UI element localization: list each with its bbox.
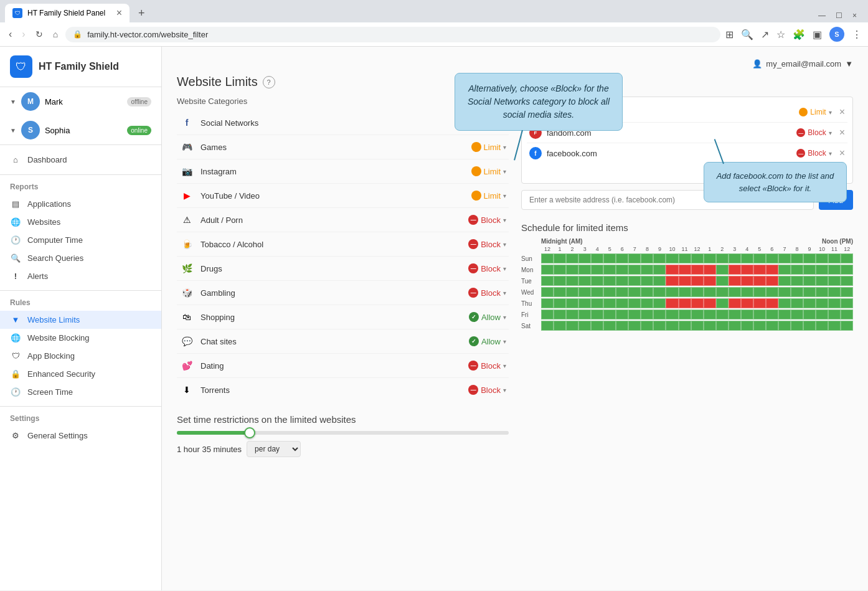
sidebar-item-computer-time[interactable]: 🕐 Computer Time [0,231,161,249]
block-dot-torrents: — [468,385,478,395]
new-tab-button[interactable]: + [132,4,151,22]
drugs-action[interactable]: — Block ▾ [468,263,506,273]
website-limits-icon: ▼ [10,315,21,324]
instagram-action-label: Limit [484,167,501,176]
bookmark-icon[interactable]: ☆ [776,29,785,40]
games-dropdown[interactable]: ▾ [503,144,506,151]
user-avatar[interactable]: S [829,27,844,42]
noon-label: Noon (PM) [822,238,853,245]
sidebar-item-app-blocking[interactable]: 🛡 App Blocking [0,347,161,365]
dating-dropdown[interactable]: ▾ [503,362,506,369]
address-bar[interactable]: 🔒 family.ht-vector.com/website_filter [65,27,720,42]
fandom-action-dropdown[interactable]: ▾ [829,130,832,136]
dating-action[interactable]: — Block ▾ [468,361,506,371]
minimize-button[interactable]: — [818,11,826,20]
refresh-button[interactable]: ↻ [33,27,45,42]
dating-action-label: Block [481,361,501,371]
cells-fri[interactable] [541,310,853,319]
browser-chrome: 🛡 HT Family Shield Panel × + — ☐ × ‹ › ↻… [0,0,868,47]
games-icon: 🎮 [179,139,194,154]
youtube-action[interactable]: Limit ▾ [471,191,506,201]
user-toggle-sophia[interactable]: ▼ [10,127,16,134]
news-custom-action[interactable]: Limit ▾ [799,108,831,116]
chat-action[interactable]: ✓ Allow ▾ [469,336,506,346]
sidebar-toggle-icon[interactable]: ▣ [813,29,822,40]
news-action-dropdown[interactable]: ▾ [829,109,832,116]
tobacco-name: Tobacco / Alcohol [200,240,462,249]
menu-icon[interactable]: ⋮ [852,29,862,40]
torrents-dropdown[interactable]: ▾ [503,387,506,394]
day-label-tue: Tue [521,278,541,285]
user-sophia[interactable]: ▼ S Sophia online [0,116,161,144]
torrents-action[interactable]: — Block ▾ [468,385,506,395]
browser-tab[interactable]: 🛡 HT Family Shield Panel × [5,4,130,22]
adult-action[interactable]: — Block ▾ [468,215,506,225]
shopping-name: Shopping [200,313,463,322]
cells-sun[interactable] [541,253,853,263]
user-toggle-mark[interactable]: ▼ [10,98,16,105]
tobacco-action[interactable]: — Block ▾ [468,239,506,249]
tooltip-bubble-1: Alternatively, choose «Block» for the So… [455,73,623,131]
cells-sat[interactable] [541,321,853,331]
facebook-remove-button[interactable]: × [839,148,845,159]
schedule-row-mon: Mon [521,265,853,275]
cells-mon[interactable] [541,265,853,275]
youtube-dropdown[interactable]: ▾ [503,192,506,199]
facebook-custom-action[interactable]: — Block ▾ [796,149,831,158]
sidebar-item-websites[interactable]: 🌐 Websites [0,213,161,231]
url-text: family.ht-vector.com/website_filter [87,30,208,39]
translate-icon[interactable]: ⊞ [725,29,734,40]
back-button[interactable]: ‹ [6,26,14,42]
category-row-instagram: 📷 Instagram Limit ▾ [177,159,509,184]
chat-icon: 💬 [179,334,194,349]
shopping-dropdown[interactable]: ▾ [503,314,506,321]
slider-thumb[interactable] [244,427,255,438]
extensions-icon[interactable]: 🧩 [793,29,805,40]
sidebar-item-alerts[interactable]: ! Alerts [0,267,161,285]
schedule-title: Schedule for limited items [521,222,853,233]
maximize-button[interactable]: ☐ [836,11,842,20]
gambling-action[interactable]: — Block ▾ [468,288,506,298]
instagram-dropdown[interactable]: ▾ [503,168,506,175]
sidebar-item-website-limits[interactable]: ▼ Website Limits [0,311,161,329]
tab-close-button[interactable]: × [116,7,122,19]
fandom-custom-action[interactable]: — Block ▾ [796,128,831,137]
sidebar-item-applications[interactable]: ▤ Applications [0,195,161,213]
instagram-name: Instagram [200,167,465,176]
search-icon[interactable]: 🔍 [741,29,753,40]
sidebar-item-screen-time[interactable]: 🕐 Screen Time [0,383,161,401]
facebook-site-icon: f [529,147,542,159]
adult-action-label: Block [481,215,501,225]
forward-button[interactable]: › [19,26,27,42]
sidebar-item-enhanced-security[interactable]: 🔒 Enhanced Security [0,365,161,383]
time-unit-dropdown[interactable]: per day per week [247,441,301,457]
category-row-drugs: 🌿 Drugs — Block ▾ [177,257,509,281]
cells-thu[interactable] [541,298,853,308]
games-action[interactable]: Limit ▾ [471,142,506,152]
sidebar-item-general-settings[interactable]: ⚙ General Settings [0,427,161,445]
fandom-remove-button[interactable]: × [839,127,845,138]
chat-dropdown[interactable]: ▾ [503,338,506,345]
shopping-action[interactable]: ✓ Allow ▾ [469,312,506,322]
limit-dot-news [799,108,808,116]
avatar-mark: M [21,92,40,111]
close-button[interactable]: × [852,11,857,20]
help-icon[interactable]: ? [263,76,275,88]
user-mark[interactable]: ▼ M Mark offline [0,87,161,116]
news-remove-button[interactable]: × [839,106,845,118]
sidebar-item-dashboard[interactable]: ⌂ Dashboard [0,150,161,169]
cells-tue[interactable] [541,276,853,286]
share-icon[interactable]: ↗ [761,29,769,40]
gambling-dropdown[interactable]: ▾ [503,290,506,296]
cells-wed[interactable] [541,287,853,297]
alerts-label: Alerts [27,272,48,281]
drugs-dropdown[interactable]: ▾ [503,265,506,272]
facebook-action-dropdown[interactable]: ▾ [829,150,832,157]
home-button[interactable]: ⌂ [50,27,60,42]
account-menu[interactable]: 👤 my_email@mail.com ▼ [752,59,853,69]
sidebar-item-website-blocking[interactable]: 🌐 Website Blocking [0,329,161,347]
instagram-action[interactable]: Limit ▾ [471,166,506,176]
adult-dropdown[interactable]: ▾ [503,217,506,224]
tobacco-dropdown[interactable]: ▾ [503,241,506,248]
sidebar-item-search-queries[interactable]: 🔍 Search Queries [0,249,161,267]
